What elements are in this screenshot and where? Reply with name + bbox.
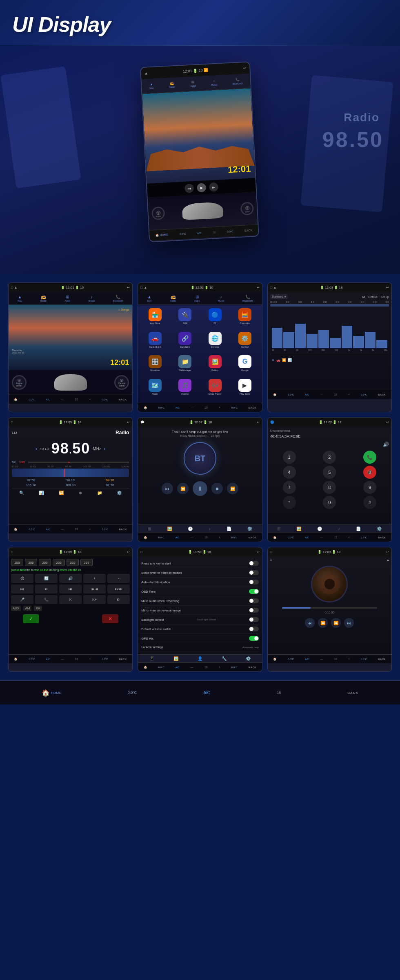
eq-preset[interactable]: Standard ∨ [270, 294, 288, 299]
home-btn[interactable]: 🏠 [14, 398, 18, 401]
back-btn[interactable]: BACK [378, 536, 386, 539]
app-eq[interactable]: 🎛️ Equalizer [141, 355, 169, 376]
gear-icon[interactable]: ⚙️ [247, 527, 252, 531]
repeat-icon[interactable]: 🔁 [59, 491, 64, 495]
nav-music[interactable]: ♪Music [89, 295, 95, 302]
call-btn[interactable]: 📞 [363, 451, 376, 464]
app-appstore[interactable]: 🏪 App Store [141, 308, 169, 329]
minus-btn[interactable]: — [61, 398, 64, 401]
nav-apps[interactable]: ⊞Apps [194, 295, 200, 302]
search-icon[interactable]: 🔍 [19, 491, 24, 495]
app-calculator[interactable]: 🧮 Calculator [231, 308, 258, 329]
key-2[interactable]: 2 [323, 451, 336, 464]
footer-home[interactable]: 🏠 HOME [155, 233, 168, 237]
preset-4[interactable]: 106.10 [12, 483, 50, 487]
plus-btn[interactable]: + [89, 528, 91, 531]
home-btn[interactable]: 🏠 [273, 393, 277, 396]
fm-label[interactable]: FM [34, 606, 42, 611]
next-freq-btn[interactable]: › [104, 445, 106, 452]
record-icon[interactable]: ⏺ [78, 491, 82, 495]
vol-up[interactable]: + [83, 574, 106, 583]
preset-3[interactable]: 98.10 [91, 478, 129, 482]
app-playstore[interactable]: ▶ Play Store [231, 379, 258, 400]
eq-default[interactable]: Default [369, 296, 378, 298]
folder-icon[interactable]: 📁 [97, 491, 102, 495]
app-files[interactable]: 📁 FileManager [171, 355, 199, 376]
image-icon[interactable]: 🖼️ [296, 527, 301, 531]
swap-btn[interactable]: 🔄 [35, 574, 58, 583]
app-maps[interactable]: 🗺️ Maps [141, 379, 169, 400]
bottom-ac-section[interactable]: A/C [203, 691, 210, 695]
playpause-btn[interactable]: ⏸ [193, 481, 207, 496]
footer-ac[interactable]: A/C [197, 232, 201, 235]
eq-icon[interactable]: 📊 [39, 491, 44, 495]
fwd-btn[interactable]: ⏩ [331, 618, 341, 628]
app-control[interactable]: ⚙️ Control [231, 332, 258, 353]
back-btn[interactable]: BACK [249, 666, 256, 669]
next-track[interactable]: ⏭⏭ [107, 584, 130, 593]
key-4[interactable]: 4 [283, 466, 296, 479]
nav-bt[interactable]: 📞Bluetooth [113, 295, 123, 302]
back-btn[interactable]: BACK [249, 407, 256, 409]
preset-2[interactable]: 90.10 [51, 478, 90, 482]
vol-dn[interactable]: - [107, 574, 130, 583]
footer-back[interactable]: BACK [244, 229, 252, 232]
plus-btn[interactable]: + [348, 658, 350, 660]
app-carbitlink[interactable]: 🔗 CarbitLink [171, 332, 199, 353]
key-hash[interactable]: # [363, 496, 376, 509]
plus-btn[interactable]: + [89, 398, 91, 401]
grid-icon[interactable]: ⊞ [148, 527, 151, 531]
power-btn[interactable]: ⏻ [11, 574, 33, 583]
prev-btn[interactable]: ⏮ [184, 184, 194, 193]
minus-btn[interactable]: — [191, 406, 193, 409]
home-label[interactable]: HOME [51, 691, 61, 695]
nav-radio[interactable]: 📻Radio [40, 295, 47, 302]
key-0[interactable]: 0 [323, 496, 336, 509]
app-gallery[interactable]: 🖼️ Gallery [201, 355, 229, 376]
nav-apps[interactable]: ⊞Apps [64, 295, 70, 302]
music-icon[interactable]: ♪ [338, 527, 340, 531]
home-btn[interactable]: 🏠 [14, 658, 18, 661]
music-progress-bar[interactable] [282, 607, 377, 609]
ac-btn[interactable]: A/C [46, 528, 50, 531]
kdn-btn[interactable]: K- [107, 595, 130, 604]
ok-btn[interactable]: ✓ [23, 614, 39, 623]
prev-btn2[interactable]: ⏪ [177, 483, 189, 494]
cancel-btn[interactable]: ✕ [102, 614, 118, 623]
vol-icon[interactable]: 🔊 [59, 574, 82, 583]
minus-btn[interactable]: — [61, 528, 64, 531]
plus-btn[interactable]: + [219, 666, 220, 669]
home-btn[interactable]: 🏠 [144, 406, 147, 409]
am-label[interactable]: AM [23, 606, 31, 611]
settings-icon[interactable]: ⚙️ [117, 491, 122, 495]
image-icon[interactable]: 🖼️ [167, 527, 172, 531]
skip-next[interactable]: ⏭ [59, 584, 82, 593]
nav-music[interactable]: ♪Music [218, 295, 224, 302]
toggle-press-key[interactable] [249, 561, 259, 566]
key-1[interactable]: 1 [283, 451, 296, 464]
plus-btn[interactable]: + [348, 536, 350, 539]
toggle-brake[interactable] [249, 570, 259, 575]
toggle-mirror[interactable] [249, 608, 259, 613]
toggle-backlight[interactable] [249, 617, 259, 622]
end-btn[interactable]: 📵 [363, 466, 376, 479]
toggle-osd[interactable] [249, 589, 259, 594]
ac-btn[interactable]: A/C [46, 398, 50, 401]
toggle-mute[interactable] [249, 598, 259, 603]
toggle-auto-nav[interactable] [249, 580, 259, 584]
phone-btn[interactable]: 📞 [35, 595, 58, 604]
nav-bt[interactable]: 📞Bluetooth [242, 295, 253, 302]
home-btn[interactable]: 🏠 [273, 536, 277, 539]
toggle-gps[interactable] [249, 636, 259, 641]
minus-btn[interactable]: — [320, 393, 323, 396]
plus-btn[interactable]: + [219, 536, 220, 539]
ac-btn[interactable]: A/C [305, 393, 309, 396]
app-moofay[interactable]: 🎵 moofay [171, 379, 199, 400]
file-icon[interactable]: 📄 [227, 527, 231, 531]
app-carlink[interactable]: 🚗 Car Link 2.0 [141, 332, 169, 353]
key-8[interactable]: 8 [323, 481, 336, 494]
nav-radio[interactable]: 📻Radio [170, 295, 176, 302]
key-9[interactable]: 9 [363, 481, 376, 494]
app-aux[interactable]: 🔌 AUX [171, 308, 199, 329]
gear-icon[interactable]: ⚙️ [246, 656, 251, 661]
